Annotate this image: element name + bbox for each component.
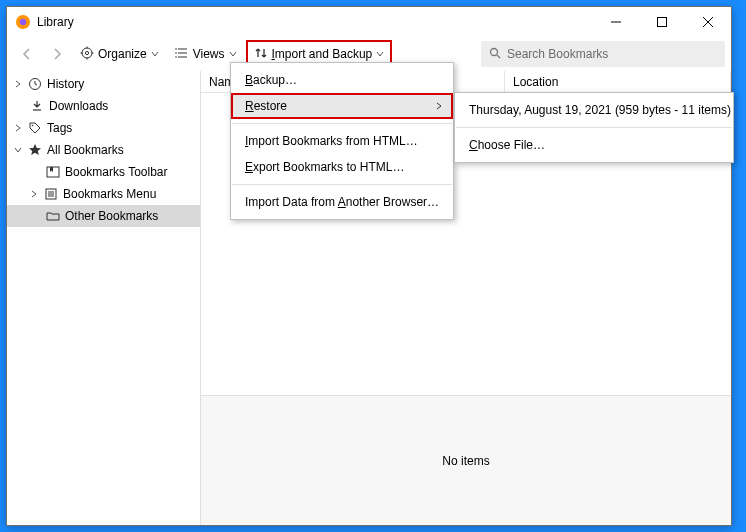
folder-icon xyxy=(45,209,61,223)
menu-separator xyxy=(232,123,452,124)
sidebar-item-label: Bookmarks Toolbar xyxy=(65,165,168,179)
organize-button[interactable]: Organize xyxy=(73,41,166,68)
sidebar-item-bookmarks-toolbar[interactable]: Bookmarks Toolbar xyxy=(7,161,200,183)
details-pane: No items xyxy=(201,395,731,525)
menu-item-export-html[interactable]: Export Bookmarks to HTML… xyxy=(231,154,453,180)
gear-icon xyxy=(80,46,94,63)
menu-item-import-html[interactable]: Import Bookmarks from HTML… xyxy=(231,128,453,154)
chevron-right-icon xyxy=(13,124,23,132)
svg-point-7 xyxy=(85,51,88,54)
list-icon xyxy=(175,46,189,63)
empty-label: No items xyxy=(442,454,489,468)
clock-icon xyxy=(27,77,43,91)
sidebar-item-label: Tags xyxy=(47,121,72,135)
svg-rect-3 xyxy=(658,18,667,27)
chevron-down-icon xyxy=(13,146,23,154)
back-button[interactable] xyxy=(13,42,41,66)
chevron-down-icon xyxy=(376,47,384,61)
bookmarks-toolbar-icon xyxy=(45,165,61,179)
chevron-right-icon xyxy=(29,190,39,198)
close-button[interactable] xyxy=(685,7,731,37)
download-icon xyxy=(29,99,45,113)
star-icon xyxy=(27,143,43,157)
chevron-right-icon xyxy=(435,99,443,113)
sidebar-item-tags[interactable]: Tags xyxy=(7,117,200,139)
menu-item-choose-file[interactable]: Choose File… xyxy=(455,132,733,158)
minimize-button[interactable] xyxy=(593,7,639,37)
svg-point-16 xyxy=(175,52,177,54)
svg-point-22 xyxy=(32,125,34,127)
window-title: Library xyxy=(37,15,74,29)
svg-point-15 xyxy=(175,48,177,50)
views-label: Views xyxy=(193,47,225,61)
menu-item-backup[interactable]: Backup… xyxy=(231,67,453,93)
search-box[interactable] xyxy=(481,41,725,67)
chevron-right-icon xyxy=(13,80,23,88)
app-icon xyxy=(15,14,31,30)
sidebar-item-bookmarks-menu[interactable]: Bookmarks Menu xyxy=(7,183,200,205)
chevron-down-icon xyxy=(151,47,159,61)
bookmarks-menu-icon xyxy=(43,187,59,201)
sidebar-item-downloads[interactable]: Downloads xyxy=(7,95,200,117)
column-header-location[interactable]: Location xyxy=(505,71,731,92)
tag-icon xyxy=(27,121,43,135)
svg-point-6 xyxy=(82,48,92,58)
search-input[interactable] xyxy=(507,47,717,61)
sidebar-item-label: All Bookmarks xyxy=(47,143,124,157)
import-backup-label: IImport and Backupmport and Backup xyxy=(272,47,373,61)
menu-item-restore-date[interactable]: Thursday, August 19, 2021 (959 bytes - 1… xyxy=(455,97,733,123)
svg-point-1 xyxy=(20,19,26,25)
sidebar-item-label: Downloads xyxy=(49,99,108,113)
sidebar-item-label: Bookmarks Menu xyxy=(63,187,156,201)
menu-item-restore[interactable]: Restore xyxy=(231,93,453,119)
sidebar-item-other-bookmarks[interactable]: Other Bookmarks xyxy=(7,205,200,227)
svg-point-18 xyxy=(491,48,498,55)
forward-button[interactable] xyxy=(43,42,71,66)
import-backup-menu: Backup… Restore Import Bookmarks from HT… xyxy=(230,62,454,220)
import-export-icon xyxy=(254,46,268,63)
chevron-down-icon xyxy=(229,47,237,61)
titlebar: Library xyxy=(7,7,731,37)
organize-label: Organize xyxy=(98,47,147,61)
svg-point-17 xyxy=(175,56,177,58)
sidebar: History Downloads Tags All Bookmarks Boo… xyxy=(7,71,201,525)
menu-item-import-browser[interactable]: Import Data from Another Browser… xyxy=(231,189,453,215)
svg-line-19 xyxy=(497,55,500,58)
menu-separator xyxy=(456,127,732,128)
restore-submenu: Thursday, August 19, 2021 (959 bytes - 1… xyxy=(454,92,734,163)
maximize-button[interactable] xyxy=(639,7,685,37)
search-icon xyxy=(489,47,501,62)
menu-separator xyxy=(232,184,452,185)
sidebar-item-label: History xyxy=(47,77,84,91)
sidebar-item-history[interactable]: History xyxy=(7,73,200,95)
sidebar-item-label: Other Bookmarks xyxy=(65,209,158,223)
sidebar-item-all-bookmarks[interactable]: All Bookmarks xyxy=(7,139,200,161)
